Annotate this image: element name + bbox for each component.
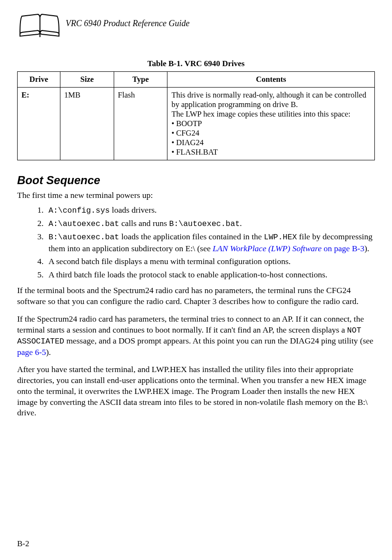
bullet-item: FLASH.BAT (171, 147, 371, 157)
book-icon (17, 10, 62, 40)
cell-contents: This drive is normally read-only, althou… (167, 88, 375, 160)
cell-size: 1MB (60, 88, 114, 160)
step-item: A third batch file loads the protocol st… (46, 269, 375, 281)
drives-table: Drive Size Type Contents E: 1MB Flash Th… (17, 71, 375, 160)
cell-drive: E: (18, 88, 60, 160)
step-text: ). (364, 244, 369, 253)
table-caption: Table B-1. VRC 6940 Drives (17, 59, 375, 69)
contents-p1: This drive is normally read-only, althou… (171, 90, 371, 109)
cell-type: Flash (114, 88, 167, 160)
step-text: loads drivers. (110, 205, 157, 215)
step-text: calls and runs (119, 218, 169, 228)
step-text: . (240, 218, 242, 228)
code-text: A:\autoexec.bat (49, 219, 119, 228)
th-type: Type (114, 72, 167, 88)
th-drive: Drive (18, 72, 60, 88)
contents-p2: The LWP hex image copies these utilities… (171, 109, 371, 119)
code-text: B:\autoexec.bat (169, 219, 240, 228)
th-contents: Contents (167, 72, 375, 88)
paragraph-text: message, and a DOS prompt appears. At th… (64, 336, 373, 345)
contents-bullets: BOOTP CFG24 DIAG24 FLASH.BAT (171, 119, 371, 157)
bullet-item: DIAG24 (171, 138, 371, 147)
step-item: A second batch file displays a menu with… (46, 256, 375, 267)
cross-reference-link[interactable]: LAN WorkPlace (LWP) Software (213, 244, 322, 253)
step-item: A:\config.sys loads drivers. (46, 205, 375, 216)
code-text: B:\autoexec.bat (49, 233, 119, 242)
paragraph-text: If the Spectrum24 radio card has paramet… (17, 314, 364, 334)
intro-paragraph: The first time a new terminal powers up: (17, 190, 375, 201)
body-paragraph: After you have started the terminal, and… (17, 364, 375, 418)
code-text: A:\config.sys (49, 206, 110, 215)
table-row: E: 1MB Flash This drive is normally read… (18, 88, 375, 160)
step-item: A:\autoexec.bat calls and runs B:\autoex… (46, 218, 375, 229)
page-number: B-2 (17, 539, 29, 549)
body-paragraph: If the terminal boots and the Spectrum24… (17, 285, 375, 307)
page-header: VRC 6940 Product Reference Guide (17, 10, 375, 40)
bullet-item: CFG24 (171, 128, 371, 138)
cross-reference-link[interactable]: page 6-5 (17, 347, 46, 357)
paragraph-text: ). (46, 347, 51, 357)
cross-reference-suffix[interactable]: on page B-3 (322, 244, 364, 253)
header-title: VRC 6940 Product Reference Guide (66, 19, 190, 31)
bullet-item: BOOTP (171, 119, 371, 128)
body-paragraph: If the Spectrum24 radio card has paramet… (17, 314, 375, 357)
step-item: B:\autoexec.bat loads the application fi… (46, 231, 375, 254)
th-size: Size (60, 72, 114, 88)
code-text: LWP.HEX (264, 233, 297, 242)
steps-list: A:\config.sys loads drivers. A:\autoexec… (17, 205, 375, 281)
step-text: loads the application files contained in… (119, 232, 264, 241)
table-header-row: Drive Size Type Contents (18, 72, 375, 88)
section-heading: Boot Sequence (17, 174, 375, 187)
